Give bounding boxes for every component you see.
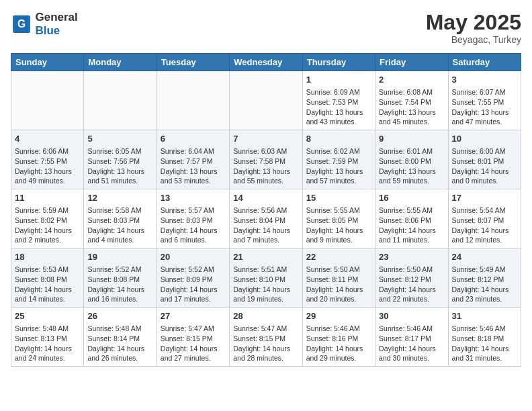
day-info-line: Daylight: 14 hours (15, 285, 80, 295)
calendar-cell: 15Sunrise: 5:55 AMSunset: 8:05 PMDayligh… (302, 189, 375, 248)
day-info-line: Sunset: 7:59 PM (306, 156, 371, 167)
day-number: 19 (87, 251, 152, 263)
day-info-line: Sunset: 8:17 PM (379, 334, 444, 344)
calendar-cell: 21Sunrise: 5:51 AMSunset: 8:10 PMDayligh… (230, 248, 302, 308)
day-info-line: Sunset: 8:12 PM (452, 275, 517, 285)
day-number: 27 (161, 310, 226, 322)
weekday-header-thursday: Thursday (302, 54, 375, 71)
day-info-line: Sunrise: 6:02 AM (306, 146, 371, 156)
calendar-cell: 5Sunrise: 6:05 AMSunset: 7:56 PMDaylight… (84, 130, 157, 189)
calendar-cell (157, 71, 229, 130)
day-info-line: and 45 minutes. (379, 117, 444, 127)
calendar-cell: 27Sunrise: 5:47 AMSunset: 8:15 PMDayligh… (157, 307, 229, 366)
calendar-cell: 29Sunrise: 5:46 AMSunset: 8:16 PMDayligh… (302, 307, 375, 366)
day-info-line: Sunrise: 6:06 AM (15, 146, 80, 156)
day-info-line: Sunset: 7:57 PM (161, 156, 226, 167)
day-info-line: Daylight: 14 hours (161, 344, 226, 354)
calendar-cell: 20Sunrise: 5:52 AMSunset: 8:09 PMDayligh… (157, 248, 229, 308)
day-info-line: Sunset: 8:00 PM (379, 156, 444, 167)
calendar-cell: 1Sunrise: 6:09 AMSunset: 7:53 PMDaylight… (302, 71, 375, 130)
day-info-line: Sunrise: 6:04 AM (161, 146, 226, 156)
day-info-line: Sunrise: 5:51 AM (233, 265, 298, 275)
day-info-line: Sunset: 8:08 PM (87, 275, 152, 285)
day-info-line: Sunset: 8:15 PM (233, 334, 298, 344)
day-number: 6 (161, 133, 226, 145)
day-info-line: Daylight: 13 hours (379, 107, 444, 118)
title-block: May 2025 Beyagac, Turkey (426, 11, 521, 45)
logo: G General Blue (11, 11, 78, 38)
day-info-line: Daylight: 13 hours (452, 107, 517, 118)
day-info-line: Sunset: 7:54 PM (379, 97, 444, 107)
day-info-line: Daylight: 14 hours (161, 226, 226, 236)
day-info-line: Sunset: 8:02 PM (15, 216, 80, 226)
day-info-line: and 9 minutes. (306, 235, 371, 245)
day-info-line: and 55 minutes. (233, 176, 298, 186)
calendar-cell: 9Sunrise: 6:01 AMSunset: 8:00 PMDaylight… (375, 130, 448, 189)
day-number: 14 (233, 192, 298, 204)
day-info-line: Sunset: 8:14 PM (87, 334, 152, 344)
day-number: 9 (379, 133, 444, 145)
day-info-line: and 7 minutes. (233, 235, 298, 245)
day-info-line: and 47 minutes. (452, 117, 517, 127)
day-info-line: and 20 minutes. (306, 294, 371, 304)
day-info-line: Daylight: 14 hours (379, 226, 444, 236)
day-info-line: and 29 minutes. (306, 353, 371, 363)
day-info-line: and 22 minutes. (379, 294, 444, 304)
day-number: 28 (233, 310, 298, 322)
day-number: 24 (452, 251, 517, 263)
day-number: 25 (15, 310, 80, 322)
day-info-line: Daylight: 14 hours (15, 226, 80, 236)
calendar-cell (230, 71, 302, 130)
weekday-header-tuesday: Tuesday (157, 54, 229, 71)
calendar-week-1: 1Sunrise: 6:09 AMSunset: 7:53 PMDaylight… (11, 71, 521, 130)
weekday-header-friday: Friday (375, 54, 448, 71)
day-number: 16 (379, 192, 444, 204)
day-info-line: Sunset: 8:01 PM (452, 156, 517, 167)
day-info-line: Sunrise: 5:58 AM (87, 205, 152, 216)
day-info-line: and 51 minutes. (87, 176, 152, 186)
day-info-line: Daylight: 13 hours (87, 167, 152, 177)
calendar-cell: 6Sunrise: 6:04 AMSunset: 7:57 PMDaylight… (157, 130, 229, 189)
calendar-cell: 2Sunrise: 6:08 AMSunset: 7:54 PMDaylight… (375, 71, 448, 130)
day-info-line: and 27 minutes. (161, 353, 226, 363)
calendar-cell: 10Sunrise: 6:00 AMSunset: 8:01 PMDayligh… (448, 130, 521, 189)
day-info-line: Sunrise: 5:49 AM (452, 265, 517, 275)
day-info-line: Sunrise: 5:59 AM (15, 205, 80, 216)
calendar-cell: 26Sunrise: 5:48 AMSunset: 8:14 PMDayligh… (84, 307, 157, 366)
calendar-week-5: 25Sunrise: 5:48 AMSunset: 8:13 PMDayligh… (11, 307, 521, 366)
calendar-cell: 25Sunrise: 5:48 AMSunset: 8:13 PMDayligh… (11, 307, 84, 366)
calendar-cell: 22Sunrise: 5:50 AMSunset: 8:11 PMDayligh… (302, 248, 375, 308)
calendar-cell: 16Sunrise: 5:55 AMSunset: 8:06 PMDayligh… (375, 189, 448, 248)
day-info-line: Sunrise: 5:46 AM (452, 324, 517, 334)
day-info-line: Daylight: 13 hours (233, 167, 298, 177)
day-number: 17 (452, 192, 517, 204)
weekday-header-wednesday: Wednesday (230, 54, 302, 71)
day-number: 31 (452, 310, 517, 322)
day-info-line: Daylight: 14 hours (306, 226, 371, 236)
day-info-line: Sunrise: 5:52 AM (161, 265, 226, 275)
day-info-line: Sunrise: 5:48 AM (15, 324, 80, 334)
day-info-line: Sunset: 7:56 PM (87, 156, 152, 167)
day-info-line: Sunset: 8:03 PM (161, 216, 226, 226)
day-number: 26 (87, 310, 152, 322)
day-info-line: Sunset: 8:15 PM (161, 334, 226, 344)
month-title: May 2025 (426, 11, 521, 34)
day-info-line: Sunset: 8:09 PM (161, 275, 226, 285)
day-info-line: and 26 minutes. (87, 353, 152, 363)
day-number: 23 (379, 251, 444, 263)
day-info-line: and 59 minutes. (379, 176, 444, 186)
day-number: 7 (233, 133, 298, 145)
day-info-line: and 30 minutes. (379, 353, 444, 363)
day-info-line: Daylight: 14 hours (306, 285, 371, 295)
page-header: G General Blue May 2025 Beyagac, Turkey (11, 11, 521, 45)
svg-text:G: G (17, 18, 26, 30)
day-info-line: Daylight: 13 hours (306, 107, 371, 118)
day-info-line: Sunset: 8:05 PM (306, 216, 371, 226)
day-info-line: Daylight: 14 hours (15, 344, 80, 354)
calendar-cell: 18Sunrise: 5:53 AMSunset: 8:08 PMDayligh… (11, 248, 84, 308)
day-info-line: Sunset: 8:16 PM (306, 334, 371, 344)
day-info-line: Daylight: 14 hours (87, 226, 152, 236)
day-number: 8 (306, 133, 371, 145)
location-subtitle: Beyagac, Turkey (426, 34, 521, 45)
calendar-cell: 4Sunrise: 6:06 AMSunset: 7:55 PMDaylight… (11, 130, 84, 189)
